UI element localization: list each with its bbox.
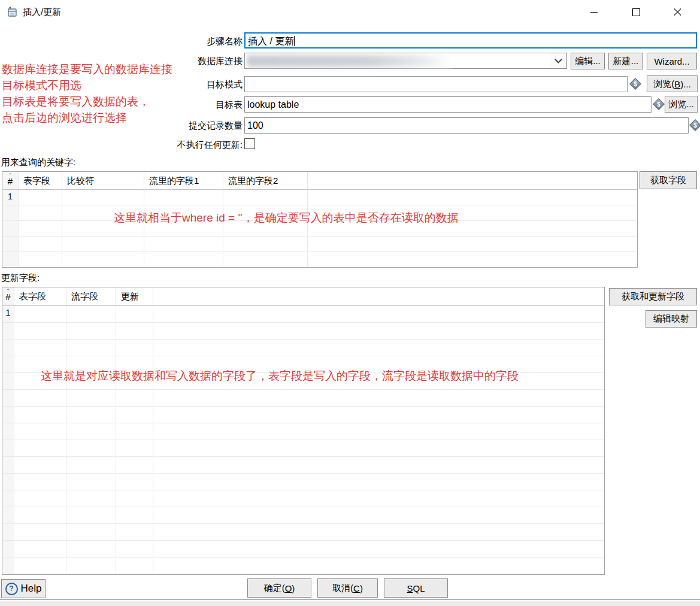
ok-button[interactable]: 确定(O) — [247, 578, 311, 598]
table-cell[interactable] — [19, 221, 62, 236]
table-cell[interactable] — [116, 440, 153, 456]
table-cell[interactable] — [116, 423, 153, 440]
table-cell[interactable] — [66, 524, 116, 540]
table-cell[interactable] — [116, 474, 153, 490]
table-cell[interactable] — [14, 507, 66, 523]
table-row[interactable]: 1 — [2, 306, 604, 323]
table-row[interactable] — [2, 423, 604, 440]
table-cell[interactable] — [14, 457, 66, 473]
help-button[interactable]: ?Help — [1, 579, 46, 598]
table-cell[interactable] — [14, 490, 66, 507]
table-row[interactable]: 1 — [2, 190, 637, 205]
column-header[interactable]: # — [2, 172, 19, 189]
table-cell[interactable] — [116, 407, 153, 423]
column-header[interactable]: 表字段 — [14, 287, 66, 305]
column-header[interactable]: 更新 — [116, 287, 153, 305]
table-cell[interactable] — [116, 306, 153, 322]
table-cell[interactable] — [66, 557, 116, 574]
table-cell[interactable] — [116, 507, 153, 523]
column-header[interactable]: 流字段 — [66, 287, 116, 305]
column-header[interactable]: 表字段 — [19, 172, 62, 189]
connection-select[interactable] — [244, 53, 567, 69]
close-button[interactable] — [664, 0, 692, 24]
table-cell[interactable] — [14, 541, 66, 557]
table-cell[interactable] — [66, 423, 116, 440]
table-row[interactable] — [2, 440, 604, 457]
target-schema-input[interactable] — [244, 76, 628, 92]
table-cell[interactable] — [66, 390, 116, 406]
table-cell[interactable] — [223, 252, 308, 267]
table-cell[interactable] — [14, 390, 66, 406]
get-update-fields-button[interactable]: 获取和更新字段 — [609, 288, 697, 305]
get-fields-button[interactable]: 获取字段 — [640, 171, 697, 189]
table-row[interactable] — [2, 323, 604, 340]
table-cell[interactable] — [223, 190, 308, 205]
table-cell[interactable] — [19, 252, 62, 267]
table-row[interactable] — [2, 474, 604, 490]
edit-mapping-button[interactable]: 编辑映射 — [646, 310, 697, 328]
table-cell[interactable] — [14, 524, 66, 540]
table-cell[interactable] — [14, 423, 66, 440]
wizard-button[interactable]: Wizard... — [647, 53, 697, 69]
table-row[interactable] — [2, 507, 604, 524]
target-table-input[interactable]: lookup table — [244, 96, 651, 113]
table-cell[interactable] — [66, 407, 116, 423]
table-cell[interactable] — [19, 190, 62, 205]
table-cell[interactable] — [144, 237, 223, 252]
table-cell[interactable] — [66, 541, 116, 557]
dropdown-arrow-button[interactable] — [550, 53, 566, 68]
table-row[interactable] — [2, 457, 604, 474]
skip-updates-checkbox[interactable] — [244, 138, 255, 149]
column-header[interactable]: 比较符 — [62, 172, 144, 189]
table-row[interactable] — [2, 524, 604, 541]
minimize-button[interactable] — [580, 0, 608, 24]
table-cell[interactable] — [14, 440, 66, 456]
table-cell[interactable] — [66, 507, 116, 523]
cancel-button[interactable]: 取消(C) — [317, 578, 378, 598]
new-connection-button[interactable]: 新建... — [608, 53, 643, 69]
table-row[interactable] — [2, 252, 637, 268]
table-row[interactable] — [2, 557, 604, 574]
table-cell[interactable] — [14, 323, 66, 339]
table-cell[interactable] — [116, 524, 153, 540]
sql-button[interactable]: SQL — [384, 578, 448, 598]
table-cell[interactable] — [62, 237, 144, 252]
update-table[interactable]: #表字段流字段更新1 — [2, 287, 605, 575]
table-cell[interactable] — [116, 340, 153, 356]
table-cell[interactable] — [116, 557, 153, 574]
table-cell[interactable] — [66, 306, 116, 322]
table-cell[interactable] — [62, 252, 144, 267]
edit-connection-button[interactable]: 编辑... — [571, 53, 605, 69]
step-name-input[interactable]: 插入 / 更新 — [244, 32, 697, 49]
browse-table-button[interactable]: 浏览... — [665, 96, 698, 113]
table-cell[interactable] — [66, 440, 116, 456]
table-cell[interactable] — [14, 557, 66, 574]
table-row[interactable] — [2, 390, 604, 407]
table-cell[interactable] — [19, 205, 62, 220]
table-cell[interactable] — [144, 252, 223, 267]
table-cell[interactable] — [14, 474, 66, 490]
table-cell[interactable] — [14, 407, 66, 423]
table-cell[interactable] — [66, 340, 116, 356]
commit-size-input[interactable]: 100 — [244, 117, 689, 134]
table-cell[interactable] — [66, 323, 116, 339]
table-cell[interactable] — [66, 474, 116, 490]
table-cell[interactable] — [66, 490, 116, 507]
table-cell[interactable] — [14, 340, 66, 356]
column-header[interactable]: 流里的字段1 — [144, 172, 223, 189]
table-cell[interactable] — [144, 190, 223, 205]
table-cell[interactable] — [116, 390, 153, 406]
table-cell[interactable] — [116, 541, 153, 557]
table-row[interactable] — [2, 237, 637, 252]
table-cell[interactable] — [19, 237, 62, 252]
column-header[interactable]: # — [2, 287, 14, 305]
table-cell[interactable] — [62, 190, 144, 205]
browse-schema-button[interactable]: 浏览(B)... — [647, 75, 698, 92]
table-row[interactable] — [2, 340, 604, 356]
table-row[interactable] — [2, 541, 604, 557]
table-cell[interactable] — [14, 306, 66, 322]
table-cell[interactable] — [66, 457, 116, 473]
table-row[interactable] — [2, 407, 604, 423]
table-cell[interactable] — [116, 457, 153, 473]
column-header[interactable]: 流里的字段2 — [223, 172, 308, 189]
